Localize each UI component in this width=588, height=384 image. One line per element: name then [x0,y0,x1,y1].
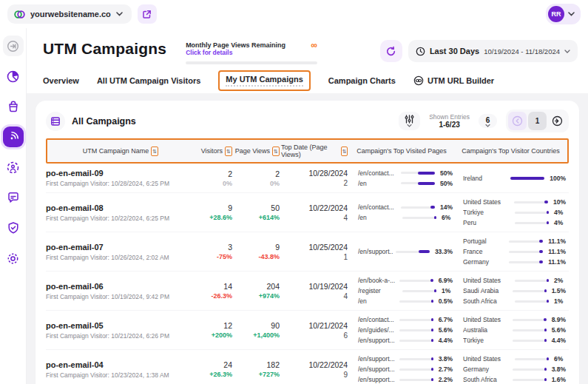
target-icon [6,161,20,175]
column-header-visitors[interactable]: Visitors ⇅ [194,146,234,156]
country-label: Australia [463,326,510,334]
country-stat: United States10% [463,198,566,206]
page-header: UTM Campaigns Monthly Page Views Remaini… [27,28,588,64]
top-date-value: 10/19/2024 [280,282,348,291]
sort-icon[interactable]: ⇅ [272,146,280,156]
quota-infinity-value: ∞ [311,41,318,49]
column-header-utm-campaign-name[interactable]: UTM Campaign Name ⇅ [47,146,194,156]
country-stat: Saudi Arabia1.5% [463,287,566,294]
page-percent: 2.7% [439,366,453,373]
country-stat: Australia5.6% [463,326,566,334]
top-date-value: 10/21/2024 [280,321,348,330]
country-bar [513,319,547,321]
sort-icon[interactable]: ⇅ [341,146,348,156]
first-campaign-visitor: First Campaign Visitor: 10/19/2024, 9:42… [46,293,192,300]
country-bar [513,379,547,381]
chat-icon [7,191,20,204]
country-label: South Africa [463,376,510,383]
page-label: /en/support... [358,366,396,373]
country-label: Ireland [463,175,507,182]
refresh-button[interactable] [380,40,402,62]
date-range-picker[interactable]: Last 30 Days 10/19/2024 - 11/18/2024 [408,40,578,62]
sidebar-item-collapse[interactable] [3,36,24,56]
country-bar [509,240,543,243]
avatar: RR [548,6,564,22]
country-percent: 11.1% [548,238,566,245]
top-date-views: 9 [280,371,348,379]
column-header-top-date[interactable]: Top Date (Page Views) ⇅ [281,144,349,158]
page-label: /en/contact... [358,316,396,323]
country-label: Germany [463,366,510,373]
visitors-change: +200% [192,331,232,339]
visitors-change: -75% [192,253,232,260]
tab-my-utm-campaigns[interactable]: My UTM Campaigns [226,75,303,87]
sidebar-item-campaigns[interactable] [3,127,24,147]
top-visited-pages: /en/contact...6.7%/en/guides/...5.6%/en/… [348,316,453,344]
page-size-select[interactable]: 6 [479,114,497,128]
country-stat: Türkiye4.4% [463,337,566,344]
column-filter-button[interactable] [399,112,420,130]
page-views-change: -43.8% [232,253,280,260]
country-bar [515,358,549,360]
open-site-button[interactable] [138,4,157,24]
country-percent: 1.6% [552,376,566,383]
table-row: po-en-email-04 First Campaign Visitor: 1… [46,350,569,384]
sidebar-item-store[interactable] [3,96,24,117]
top-date-views: 4 [280,214,348,222]
country-stat: United States2% [463,277,566,284]
page-label: /en [358,297,396,305]
chevron-down-icon [485,124,490,127]
sidebar-item-audience[interactable] [3,157,24,178]
page-stat: /en/contact...6.7% [358,316,453,323]
sort-icon[interactable]: ⇅ [225,146,232,156]
page-bar [399,329,433,331]
sidebar-item-feedback[interactable] [3,187,24,208]
visitors-value: 9 [192,203,232,212]
country-bar [509,251,543,253]
arrow-left-circle-icon [512,115,523,127]
page-percent: 5.6% [439,326,453,334]
site-selector[interactable]: yourwebsitename.co [7,4,132,24]
prev-page-button[interactable] [508,112,527,130]
table-header-row: UTM Campaign Name ⇅ Visitors ⇅ Page View… [46,138,569,164]
page-label: /en/support... [358,337,396,344]
next-page-button[interactable] [548,112,567,130]
tab-utm-url-builder[interactable]: UTM URL Builder [413,75,494,86]
sidebar-item-dashboard[interactable] [3,66,24,87]
page-label: /en/contact... [358,203,398,211]
quota-label: Monthly Page Views Remaining [186,41,285,49]
tab-campaign-charts[interactable]: Campaign Charts [328,76,396,85]
country-bar [515,222,549,224]
page-label: /en/support... [358,355,396,363]
first-campaign-visitor: First Campaign Visitor: 10/21/2024, 6:26… [46,332,192,340]
pie-chart-icon [6,70,20,84]
top-date-value: 10/25/2024 [280,243,348,252]
first-campaign-visitor: First Campaign Visitor: 10/22/2024, 6:25… [46,215,192,222]
site-favicon-icon [14,9,25,20]
column-header-page-views[interactable]: Page Views ⇅ [234,146,281,156]
refresh-icon [385,46,396,57]
tab-all-utm-campaign-visitors[interactable]: All UTM Campaign Visitors [97,76,200,85]
quota-details-link[interactable]: Click for details [186,49,285,56]
page-percent: 14% [440,203,453,211]
country-label: France [463,248,506,255]
page-percent: 33.3% [435,248,453,255]
account-menu[interactable]: RR [546,4,581,24]
table-row: po-en-email-07 First Campaign Visitor: 1… [46,232,569,272]
page-number[interactable]: 1 [528,112,547,130]
page-label: /en/book-a-... [358,277,396,284]
page-bar [401,172,435,174]
country-bar [514,201,548,203]
country-bar [510,177,544,179]
page-views-change: 0% [232,180,280,187]
sidebar-item-settings[interactable] [3,248,24,269]
sort-icon[interactable]: ⇅ [151,146,158,156]
table-row: po-en-email-09 First Campaign Visitor: 1… [46,164,569,193]
date-range-label: Last 30 Days [430,47,479,55]
sidebar-item-security[interactable] [3,218,24,238]
tab-overview[interactable]: Overview [43,76,79,85]
chevron-down-icon [564,50,570,53]
page-bar [402,217,436,219]
page-bar [401,182,435,184]
visitors-change: -26.3% [192,292,232,300]
